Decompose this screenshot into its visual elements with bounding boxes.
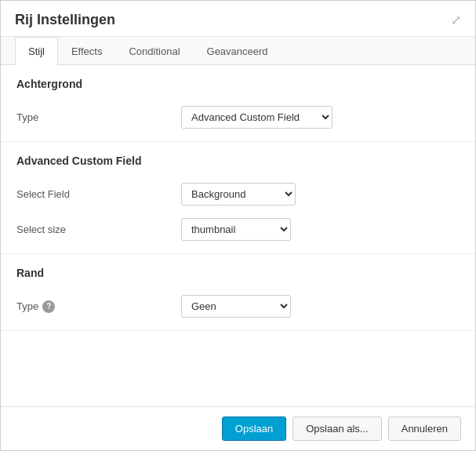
achtergrond-title: Achtergrond: [16, 78, 460, 90]
rand-type-select[interactable]: Geen Effen Gestippeld Gestreept: [181, 295, 291, 318]
dialog-title: Rij Instellingen: [15, 12, 115, 28]
save-button[interactable]: Opslaan: [222, 416, 286, 441]
type-select[interactable]: Advanced Custom Field Geen Kleur Afbeeld…: [181, 106, 332, 129]
acf-field-select[interactable]: Background Featured Image Custom Field 1: [181, 183, 296, 205]
tab-effects[interactable]: Effects: [58, 37, 116, 65]
expand-icon[interactable]: ⤢: [451, 13, 461, 27]
section-achtergrond: Achtergrond Type Advanced Custom Field G…: [1, 65, 475, 142]
section-rand: Rand Type ? Geen Effen Gestippeld Gestre…: [1, 254, 475, 331]
select-size-control: thumbnail medium large full: [181, 218, 460, 241]
rand-type-control: Geen Effen Gestippeld Gestreept: [181, 295, 460, 318]
tabs-bar: Stijl Effects Conditional Geavanceerd: [1, 37, 475, 65]
rand-type-row: Type ? Geen Effen Gestippeld Gestreept: [16, 289, 460, 324]
dialog-header: Rij Instellingen ⤢: [1, 1, 475, 37]
save-as-button[interactable]: Opslaan als...: [293, 416, 382, 441]
cancel-button[interactable]: Annuleren: [388, 416, 461, 441]
content-area: Achtergrond Type Advanced Custom Field G…: [1, 65, 475, 406]
select-field-control: Background Featured Image Custom Field 1: [181, 183, 460, 205]
type-label: Type: [16, 111, 181, 123]
help-icon[interactable]: ?: [42, 300, 55, 313]
dialog-footer: Opslaan Opslaan als... Annuleren: [1, 406, 475, 450]
type-control: Advanced Custom Field Geen Kleur Afbeeld…: [181, 106, 460, 129]
tab-conditional[interactable]: Conditional: [115, 37, 193, 65]
tab-stijl[interactable]: Stijl: [15, 37, 58, 65]
dialog: Rij Instellingen ⤢ Stijl Effects Conditi…: [0, 0, 476, 451]
tab-geavanceerd[interactable]: Geavanceerd: [194, 37, 282, 65]
select-field-row: Select Field Background Featured Image C…: [16, 176, 460, 212]
select-field-label: Select Field: [16, 188, 181, 200]
rand-title: Rand: [16, 267, 460, 279]
select-size-label: Select size: [16, 224, 181, 235]
content-wrapper: Achtergrond Type Advanced Custom Field G…: [1, 65, 475, 406]
section-acf: Advanced Custom Field Select Field Backg…: [1, 142, 475, 254]
acf-title: Advanced Custom Field: [16, 155, 460, 167]
size-select[interactable]: thumbnail medium large full: [181, 218, 291, 241]
rand-type-label: Type ?: [16, 300, 181, 313]
select-size-row: Select size thumbnail medium large full: [16, 212, 460, 247]
type-field-row: Type Advanced Custom Field Geen Kleur Af…: [16, 100, 460, 135]
